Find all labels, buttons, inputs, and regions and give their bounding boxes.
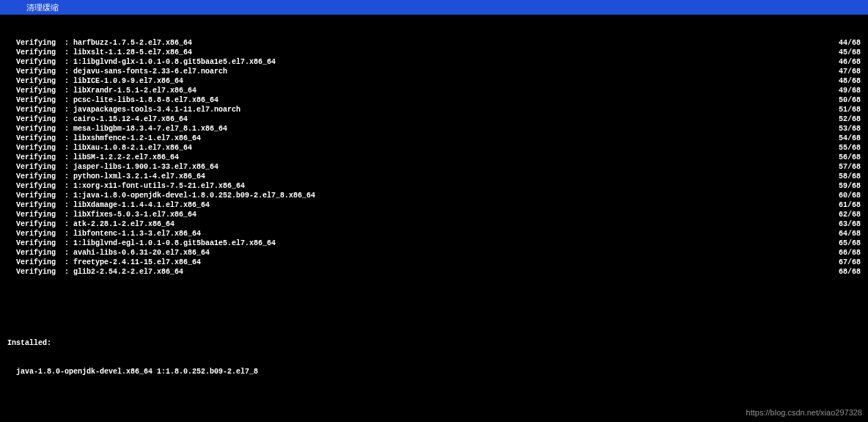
verify-index: 47/68 [839, 67, 861, 76]
verify-line: Verifying : mesa-libgbm-18.3.4-7.el7_8.1… [7, 124, 861, 134]
verify-pkg: Verifying : javapackages-tools-3.4.1-11.… [7, 105, 240, 114]
verify-line: Verifying : libXdamage-1.1.4-4.1.el7.x86… [7, 200, 861, 210]
verify-line: Verifying : 1:libglvnd-glx-1.0.1-0.8.git… [7, 57, 861, 67]
verify-index: 46/68 [839, 57, 861, 67]
verify-pkg: Verifying : mesa-libgbm-18.3.4-7.el7_8.1… [7, 124, 227, 134]
blank-line [7, 305, 861, 315]
verify-pkg: Verifying : jasper-libs-1.900.1-33.el7.x… [7, 162, 218, 172]
verify-line: Verifying : libXrandr-1.5.1-2.el7.x86_64… [7, 86, 861, 95]
verify-pkg: Verifying : dejavu-sans-fonts-2.33-6.el7… [7, 67, 227, 76]
watermark-text: https://blog.csdn.net/xiao297328 [746, 407, 862, 418]
verify-index: 48/68 [839, 76, 861, 86]
verify-pkg: Verifying : libXrandr-1.5.1-2.el7.x86_64 [7, 86, 196, 95]
verify-line: Verifying : cairo-1.15.12-4.el7.x86_6452… [7, 114, 861, 124]
verify-index: 68/68 [839, 267, 861, 277]
verify-index: 58/68 [839, 172, 861, 181]
clear-cache-button[interactable]: 清理缓缩 [22, 1, 63, 14]
verify-pkg: Verifying : libfontenc-1.1.3-3.el7.x86_6… [7, 229, 201, 239]
verify-line: Verifying : python-lxml-3.2.1-4.el7.x86_… [7, 172, 861, 181]
installed-title: Installed: [7, 338, 861, 348]
verify-pkg: Verifying : atk-2.28.1-2.el7.x86_64 [7, 219, 174, 229]
verify-line: Verifying : atk-2.28.1-2.el7.x86_6463/68 [7, 219, 861, 229]
verify-index: 65/68 [839, 239, 861, 248]
verify-pkg: Verifying : glib2-2.54.2-2.el7.x86_64 [7, 267, 183, 277]
verify-block: Verifying : harfbuzz-1.7.5-2.el7.x86_644… [7, 38, 861, 277]
verify-index: 44/68 [839, 38, 861, 48]
installed-pkg: java-1.8.0-openjdk-devel.x86_64 1:1.8.0.… [7, 367, 861, 376]
verify-index: 62/68 [839, 210, 861, 219]
verify-pkg: Verifying : python-lxml-3.2.1-4.el7.x86_… [7, 172, 205, 181]
verify-line: Verifying : libfontenc-1.1.3-3.el7.x86_6… [7, 229, 861, 239]
verify-pkg: Verifying : 1:libglvnd-egl-1.0.1-0.8.git… [7, 239, 276, 248]
verify-pkg: Verifying : 1:libglvnd-glx-1.0.1-0.8.git… [7, 57, 276, 67]
verify-index: 56/68 [839, 153, 861, 162]
verify-line: Verifying : libSM-1.2.2-2.el7.x86_6456/6… [7, 153, 861, 162]
verify-pkg: Verifying : libICE-1.0.9-9.el7.x86_64 [7, 76, 183, 86]
window-titlebar: 清理缓缩 [0, 0, 868, 15]
verify-index: 53/68 [839, 124, 861, 134]
verify-pkg: Verifying : cairo-1.15.12-4.el7.x86_64 [7, 114, 188, 124]
verify-pkg: Verifying : libXdamage-1.1.4-4.1.el7.x86… [7, 200, 210, 210]
verify-index: 61/68 [839, 200, 861, 210]
verify-line: Verifying : 1:libglvnd-egl-1.0.1-0.8.git… [7, 239, 861, 248]
verify-index: 50/68 [839, 95, 861, 105]
verify-index: 67/68 [839, 258, 861, 267]
verify-line: Verifying : dejavu-sans-fonts-2.33-6.el7… [7, 67, 861, 76]
verify-pkg: Verifying : libxslt-1.1.28-5.el7.x86_64 [7, 48, 192, 57]
verify-index: 49/68 [839, 86, 861, 95]
verify-line: Verifying : freetype-2.4.11-15.el7.x86_6… [7, 258, 861, 267]
verify-line: Verifying : avahi-libs-0.6.31-20.el7.x86… [7, 248, 861, 258]
verify-line: Verifying : 1:java-1.8.0-openjdk-devel-1… [7, 191, 861, 200]
verify-line: Verifying : harfbuzz-1.7.5-2.el7.x86_644… [7, 38, 861, 48]
verify-line: Verifying : libxshmfence-1.2-1.el7.x86_6… [7, 134, 861, 143]
verify-pkg: Verifying : avahi-libs-0.6.31-20.el7.x86… [7, 248, 210, 258]
verify-index: 64/68 [839, 229, 861, 239]
verify-line: Verifying : libXau-1.0.8-2.1.el7.x86_645… [7, 143, 861, 153]
verify-index: 45/68 [839, 48, 861, 57]
verify-line: Verifying : jasper-libs-1.900.1-33.el7.x… [7, 162, 861, 172]
verify-line: Verifying : 1:xorg-x11-font-utils-7.5-21… [7, 181, 861, 191]
verify-pkg: Verifying : harfbuzz-1.7.5-2.el7.x86_64 [7, 38, 192, 48]
verify-index: 60/68 [839, 191, 861, 200]
verify-line: Verifying : libxslt-1.1.28-5.el7.x86_644… [7, 48, 861, 57]
verify-pkg: Verifying : 1:java-1.8.0-openjdk-devel-1… [7, 191, 315, 200]
verify-index: 52/68 [839, 114, 861, 124]
verify-pkg: Verifying : libSM-1.2.2-2.el7.x86_64 [7, 153, 179, 162]
blank-line [7, 405, 861, 415]
verify-index: 59/68 [839, 181, 861, 191]
verify-line: Verifying : glib2-2.54.2-2.el7.x86_6468/… [7, 267, 861, 277]
verify-pkg: Verifying : 1:xorg-x11-font-utils-7.5-21… [7, 181, 245, 191]
verify-index: 55/68 [839, 143, 861, 153]
verify-pkg: Verifying : libXfixes-5.0.3-1.el7.x86_64 [7, 210, 196, 219]
verify-pkg: Verifying : freetype-2.4.11-15.el7.x86_6… [7, 258, 201, 267]
verify-index: 51/68 [839, 105, 861, 114]
verify-pkg: Verifying : libXau-1.0.8-2.1.el7.x86_64 [7, 143, 192, 153]
verify-index: 63/68 [839, 219, 861, 229]
verify-index: 66/68 [839, 248, 861, 258]
verify-index: 54/68 [839, 134, 861, 143]
verify-pkg: Verifying : libxshmfence-1.2-1.el7.x86_6… [7, 134, 201, 143]
verify-line: Verifying : libXfixes-5.0.3-1.el7.x86_64… [7, 210, 861, 219]
verify-line: Verifying : javapackages-tools-3.4.1-11.… [7, 105, 861, 114]
verify-line: Verifying : libICE-1.0.9-9.el7.x86_6448/… [7, 76, 861, 86]
verify-pkg: Verifying : pcsc-lite-libs-1.8.8-8.el7.x… [7, 95, 218, 105]
verify-index: 57/68 [839, 162, 861, 172]
verify-line: Verifying : pcsc-lite-libs-1.8.8-8.el7.x… [7, 95, 861, 105]
terminal-output: Verifying : harfbuzz-1.7.5-2.el7.x86_644… [0, 15, 868, 422]
